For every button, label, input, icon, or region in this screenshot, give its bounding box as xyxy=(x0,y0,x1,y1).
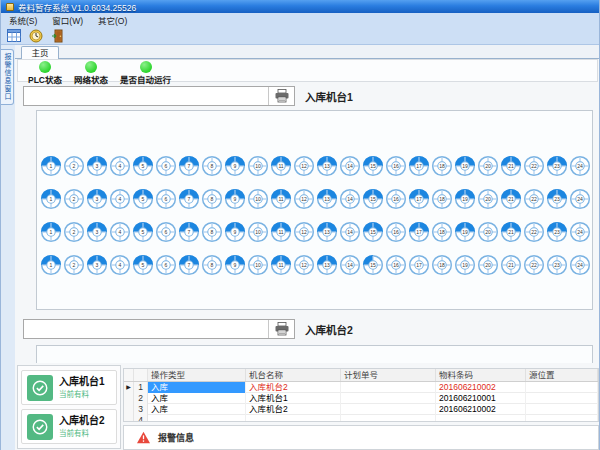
svg-text:21: 21 xyxy=(508,196,514,202)
menu-item[interactable]: 窗口(W) xyxy=(52,14,83,26)
title-bar: 卷料暂存系统 V1.0.6034.25526 xyxy=(1,0,599,13)
table-cell[interactable] xyxy=(436,415,526,422)
storage-slot-2-10: 10 xyxy=(247,188,269,210)
svg-text:14: 14 xyxy=(347,196,353,202)
storage-slot-4-17: 17 xyxy=(408,254,430,276)
table-cell[interactable] xyxy=(148,415,246,422)
storage-slot-2-8: 8 xyxy=(201,188,223,210)
column-header[interactable]: 源位置 xyxy=(526,369,598,381)
storage-slot-4-1: 1 xyxy=(40,254,62,276)
table-cell[interactable]: 入库机台2 xyxy=(246,404,341,415)
svg-text:15: 15 xyxy=(370,262,376,268)
table-cell[interactable]: 201606210001 xyxy=(436,393,526,404)
svg-text:14: 14 xyxy=(347,262,353,268)
storage-slot-1-16: 16 xyxy=(385,155,407,177)
menu-item[interactable]: 其它(O) xyxy=(98,14,127,26)
svg-text:9: 9 xyxy=(234,262,237,268)
table-row[interactable]: ▶1入库入库机台2201606210002 xyxy=(124,382,598,393)
table-cell[interactable]: 201606210002 xyxy=(436,382,526,393)
table-icon[interactable] xyxy=(6,28,21,43)
svg-text:13: 13 xyxy=(324,163,330,169)
storage-slot-3-10: 10 xyxy=(247,221,269,243)
table-cell[interactable] xyxy=(526,404,598,415)
svg-text:13: 13 xyxy=(324,196,330,202)
table-cell[interactable]: 入库 xyxy=(148,382,246,393)
table-cell[interactable] xyxy=(526,415,598,422)
clock-icon[interactable] xyxy=(28,28,43,43)
station2-header: 入库机台2 xyxy=(23,318,353,340)
storage-slot-2-25: 25 xyxy=(592,188,593,210)
column-header[interactable]: 操作类型 xyxy=(148,369,246,381)
storage-slot-3-15: 15 xyxy=(362,221,384,243)
storage-slot-4-23: 23 xyxy=(546,254,568,276)
table-row[interactable]: 2入库入库机台1201606210001 xyxy=(124,393,598,404)
storage-slot-2-3: 3 xyxy=(86,188,108,210)
storage-slot-4-18: 18 xyxy=(431,254,453,276)
station1-header: 入库机台1 xyxy=(23,85,353,107)
table-cell[interactable] xyxy=(526,382,598,393)
row-selector[interactable] xyxy=(124,393,134,404)
storage-slot-1-7: 7 xyxy=(178,155,200,177)
storage-slot-1-21: 21 xyxy=(500,155,522,177)
svg-text:20: 20 xyxy=(485,163,491,169)
storage-slot-3-9: 9 xyxy=(224,221,246,243)
menu-item[interactable]: 系统(S) xyxy=(9,14,37,26)
svg-text:19: 19 xyxy=(462,163,468,169)
svg-text:18: 18 xyxy=(439,163,445,169)
table-cell[interactable] xyxy=(246,415,341,422)
table-row[interactable]: 3入库入库机台2201606210002 xyxy=(124,404,598,415)
storage-slot-4-16: 16 xyxy=(385,254,407,276)
table-cell[interactable] xyxy=(526,393,598,404)
svg-text:11: 11 xyxy=(278,163,283,169)
storage-slot-2-5: 5 xyxy=(132,188,154,210)
table-cell[interactable] xyxy=(341,382,436,393)
table-cell[interactable] xyxy=(341,393,436,404)
storage-slot-4-4: 4 xyxy=(109,254,131,276)
tab-home[interactable]: 主页 xyxy=(21,46,59,59)
column-header[interactable]: 计划单号 xyxy=(341,369,436,381)
svg-text:18: 18 xyxy=(439,262,445,268)
table-cell[interactable]: 入库机台1 xyxy=(246,393,341,404)
table-cell[interactable]: 入库机台2 xyxy=(246,382,341,393)
column-header[interactable]: 机台名称 xyxy=(246,369,341,381)
table-cell[interactable] xyxy=(341,404,436,415)
storage-slot-2-12: 12 xyxy=(293,188,315,210)
table-cell[interactable]: 入库 xyxy=(148,404,246,415)
svg-text:2: 2 xyxy=(73,196,76,202)
status-indicator: 是否自动运行 xyxy=(120,61,171,85)
column-header[interactable]: 物料条码 xyxy=(436,369,526,381)
toolbar xyxy=(1,27,599,45)
storage-slot-3-12: 12 xyxy=(293,221,315,243)
exit-door-icon[interactable] xyxy=(50,28,65,43)
svg-text:10: 10 xyxy=(255,196,261,202)
printer-button-1[interactable] xyxy=(268,87,294,105)
card-material-status: 当前有料 xyxy=(59,388,105,399)
storage-slot-3-2: 2 xyxy=(63,221,85,243)
station1-input[interactable] xyxy=(23,86,295,106)
row-selector[interactable]: ▶ xyxy=(124,382,134,393)
row-selector[interactable] xyxy=(124,404,134,415)
row-number: 3 xyxy=(134,404,148,415)
svg-text:6: 6 xyxy=(165,229,168,235)
left-dock-strip: 报警信息窗口 xyxy=(1,45,15,450)
table-row[interactable]: 4 xyxy=(124,415,598,422)
table-cell[interactable]: 201606210002 xyxy=(436,404,526,415)
storage-slot-1-15: 15 xyxy=(362,155,384,177)
svg-text:21: 21 xyxy=(508,262,514,268)
storage-slot-4-15: 15 xyxy=(362,254,384,276)
slots-grid: 1234567891011121314151617181920212223242… xyxy=(40,155,593,276)
slots-panel-station1: 1234567891011121314151617181920212223242… xyxy=(36,110,593,310)
table-cell[interactable]: 入库 xyxy=(148,393,246,404)
row-selector[interactable] xyxy=(124,415,134,422)
printer-button-2[interactable] xyxy=(268,320,294,338)
storage-slot-1-20: 20 xyxy=(477,155,499,177)
table-cell[interactable] xyxy=(341,415,436,422)
storage-slot-2-1: 1 xyxy=(40,188,62,210)
side-dock-tab[interactable]: 报警信息窗口 xyxy=(1,49,14,105)
svg-text:14: 14 xyxy=(347,229,353,235)
card-station-name: 入库机台2 xyxy=(59,415,105,427)
svg-text:16: 16 xyxy=(393,262,399,268)
storage-slot-2-16: 16 xyxy=(385,188,407,210)
storage-slot-1-1: 1 xyxy=(40,155,62,177)
station2-input[interactable] xyxy=(23,319,295,339)
